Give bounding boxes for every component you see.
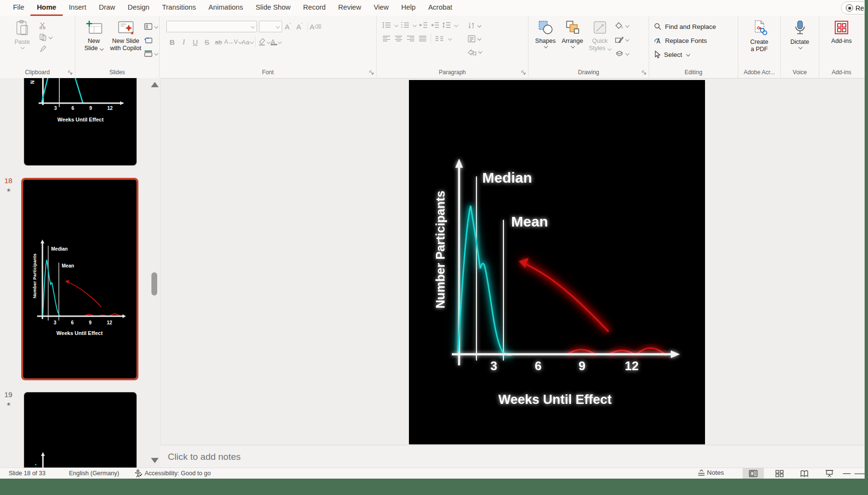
tab-acrobat[interactable]: Acrobat bbox=[422, 0, 459, 16]
tab-file[interactable]: File bbox=[7, 0, 30, 16]
decrease-indent-icon[interactable] bbox=[419, 22, 428, 28]
numbered-list-icon[interactable] bbox=[401, 22, 409, 28]
italic-button[interactable]: I bbox=[178, 36, 190, 48]
tab-insert[interactable]: Insert bbox=[63, 0, 93, 16]
increase-indent-icon[interactable] bbox=[431, 22, 439, 28]
tab-home[interactable]: Home bbox=[30, 0, 62, 16]
new-slide-button[interactable]: New Slide bbox=[79, 16, 108, 62]
section-chevron-icon bbox=[154, 52, 158, 55]
select-button[interactable]: Select bbox=[649, 49, 738, 60]
text-direction-button[interactable] bbox=[466, 21, 483, 30]
slide-counter[interactable]: Slide 18 of 33 bbox=[9, 470, 45, 477]
numbered-list-chevron-icon[interactable] bbox=[413, 23, 417, 27]
section-button[interactable] bbox=[143, 49, 159, 58]
slide-show-button[interactable] bbox=[819, 468, 840, 479]
font-size-combobox[interactable] bbox=[259, 21, 282, 32]
line-spacing-icon[interactable] bbox=[442, 22, 451, 28]
paste-button[interactable]: Paste bbox=[7, 16, 38, 62]
thumbnail-scrollbar-thumb[interactable] bbox=[151, 272, 157, 295]
new-slide-with-copilot-button[interactable]: New Slide with Copilot bbox=[108, 16, 143, 62]
columns-chevron-icon[interactable] bbox=[448, 37, 452, 40]
text-highlight-button[interactable] bbox=[258, 36, 270, 48]
align-center-icon[interactable] bbox=[394, 35, 403, 42]
reading-view-button[interactable] bbox=[794, 468, 815, 479]
new-slide-label-1: New bbox=[88, 38, 100, 44]
arrange-button[interactable]: Arrange bbox=[558, 16, 586, 62]
columns-icon[interactable] bbox=[435, 35, 444, 42]
align-left-icon[interactable] bbox=[382, 35, 391, 42]
paragraph-dialog-launcher-icon[interactable] bbox=[521, 70, 526, 75]
character-spacing-button[interactable]: A↔V bbox=[224, 36, 242, 48]
shape-outline-button[interactable] bbox=[613, 35, 630, 44]
tab-slide-show[interactable]: Slide Show bbox=[249, 0, 297, 16]
notes-placeholder[interactable]: Click to add notes bbox=[168, 452, 241, 462]
justify-icon[interactable] bbox=[419, 35, 427, 42]
change-case-button[interactable]: Aa bbox=[242, 36, 253, 48]
bullet-list-chevron-icon[interactable] bbox=[394, 23, 398, 27]
align-right-icon[interactable] bbox=[407, 35, 415, 42]
find-and-replace-button[interactable]: Find and Replace bbox=[649, 21, 738, 32]
svg-text:Weeks Until Effect: Weeks Until Effect bbox=[56, 330, 103, 336]
copy-button[interactable] bbox=[38, 32, 54, 42]
zoom-out-button[interactable]: — bbox=[843, 469, 851, 478]
thumbnail-scroll-up-icon[interactable] bbox=[151, 82, 159, 87]
tab-record[interactable]: Record bbox=[297, 0, 332, 16]
thumbnail-scroll-down-icon[interactable] bbox=[151, 458, 159, 463]
slide-17-thumbnail[interactable]: N 3 6 9 12 Weeks Until Effect bbox=[24, 78, 137, 166]
record-button[interactable]: Re bbox=[841, 1, 865, 14]
tab-help[interactable]: Help bbox=[395, 0, 422, 16]
convert-to-smartart-button[interactable] bbox=[466, 47, 483, 56]
format-painter-button[interactable] bbox=[38, 44, 54, 54]
arrange-label: Arrange bbox=[562, 38, 583, 45]
select-chevron-icon bbox=[686, 53, 690, 56]
new-slide-chevron-icon bbox=[100, 46, 104, 50]
strikethrough-button[interactable]: ab bbox=[213, 36, 224, 48]
slide-canvas[interactable]: Number Participants Median Mean 3 6 bbox=[409, 80, 705, 444]
language-indicator[interactable]: English (Germany) bbox=[69, 470, 119, 477]
tab-design[interactable]: Design bbox=[122, 0, 156, 16]
svg-text:Mean: Mean bbox=[62, 263, 74, 268]
notes-toggle-button[interactable]: Notes bbox=[698, 469, 724, 476]
reset-slide-button[interactable] bbox=[143, 35, 159, 45]
shape-effects-button[interactable] bbox=[613, 49, 630, 58]
drawing-dialog-launcher-icon[interactable] bbox=[641, 70, 647, 75]
font-color-button[interactable]: A bbox=[270, 36, 282, 48]
slide-18-thumbnail-selected[interactable]: Number Participants Median Mean 3 6 9 12… bbox=[21, 178, 138, 380]
quick-styles-button[interactable]: Quick Styles bbox=[586, 16, 613, 62]
cut-button[interactable] bbox=[38, 21, 54, 30]
align-text-button[interactable] bbox=[466, 34, 483, 43]
bold-button[interactable]: B bbox=[166, 36, 178, 48]
notes-pane[interactable]: Click to add notes bbox=[160, 445, 865, 468]
smartart-icon bbox=[468, 48, 476, 55]
tick-3: 3 bbox=[490, 359, 497, 373]
normal-view-button[interactable] bbox=[743, 468, 764, 479]
zoom-slider-track[interactable] bbox=[854, 473, 865, 474]
shape-fill-button[interactable] bbox=[613, 21, 630, 30]
tab-animations[interactable]: Animations bbox=[202, 0, 249, 16]
addins-button[interactable]: Add-ins bbox=[826, 16, 857, 62]
tab-view[interactable]: View bbox=[367, 0, 395, 16]
decrease-font-size-button[interactable]: Aˇ bbox=[294, 21, 305, 32]
replace-fonts-button[interactable]: Replace Fonts bbox=[649, 35, 738, 46]
text-shadow-button[interactable]: S bbox=[201, 36, 213, 48]
tab-draw[interactable]: Draw bbox=[93, 0, 122, 16]
dictate-button[interactable]: Dictate bbox=[785, 16, 815, 62]
accessibility-status[interactable]: Accessibility: Good to go bbox=[145, 470, 211, 477]
create-pdf-button[interactable]: Create a PDF bbox=[743, 16, 776, 62]
slide-layout-button[interactable] bbox=[143, 22, 159, 31]
increase-font-size-button[interactable]: Aˆ bbox=[282, 21, 294, 32]
line-spacing-chevron-icon[interactable] bbox=[454, 23, 458, 27]
tab-transitions[interactable]: Transitions bbox=[156, 0, 202, 16]
tab-review[interactable]: Review bbox=[332, 0, 367, 16]
font-dialog-launcher-icon[interactable] bbox=[369, 70, 374, 75]
shape-outline-icon bbox=[615, 36, 624, 43]
underline-button[interactable]: U bbox=[190, 36, 201, 48]
layout-icon bbox=[144, 23, 152, 30]
font-name-combobox[interactable] bbox=[166, 21, 257, 32]
shapes-button[interactable]: Shapes bbox=[532, 16, 558, 62]
clear-formatting-button[interactable]: A⌫ bbox=[310, 21, 321, 32]
bullet-list-icon[interactable] bbox=[382, 22, 391, 28]
clipboard-dialog-launcher-icon[interactable] bbox=[68, 70, 73, 75]
slide-sorter-view-button[interactable] bbox=[769, 468, 790, 479]
slide-19-thumbnail[interactable] bbox=[24, 392, 137, 468]
